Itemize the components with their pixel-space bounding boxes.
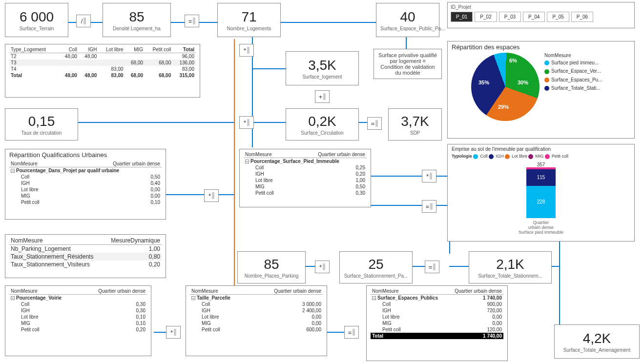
op-mul: * (204, 189, 219, 202)
table-voirie[interactable]: NomMesureQuartier urbain dense −Pourcent… (5, 285, 151, 356)
slicer-option[interactable]: P_01 (451, 12, 473, 22)
kpi-value: 71 (222, 9, 276, 25)
chart-pie-repartition[interactable]: Répartition des espaces 6%30%29%35% NomM… (447, 41, 635, 139)
op-equals: = (367, 117, 382, 130)
kpi-value: 4,2K (559, 331, 635, 346)
slicer-option[interactable]: P_06 (571, 12, 593, 22)
kpi-sdp: 3,7K SDP (388, 108, 442, 141)
collapse-icon[interactable]: − (372, 296, 376, 300)
table-type-logement[interactable]: Type_LogementCollIGHLot libreMIGPetit co… (5, 44, 200, 98)
kpi-value: 3,7K (393, 114, 437, 129)
op-plus: + (315, 90, 330, 103)
kpi-value: 2,1K (473, 257, 547, 272)
kpi-value: 6 000 (9, 9, 64, 25)
collapse-icon[interactable]: − (11, 169, 15, 173)
chart-stacked-emprise[interactable]: Emprise au sol de l'immeuble par qualifi… (447, 144, 635, 242)
collapse-icon[interactable]: − (11, 296, 15, 300)
slicer-option[interactable]: P_02 (475, 12, 497, 22)
op-mul: * (166, 326, 181, 339)
kpi-value: 85 (107, 9, 166, 25)
op-mul: * (239, 44, 254, 57)
connector-line (327, 332, 344, 333)
kpi-taux-circ: 0,15 Taux de circulation (5, 108, 78, 141)
chart-title: Emprise au sol de l'immeuble par qualifi… (452, 146, 630, 152)
kpi-surf-esp-pub: 40 Surface_Espace_Public_Pa... (376, 3, 439, 37)
connector-line (252, 122, 291, 123)
kpi-surf-circ: 0,2K Surface_Circulation (286, 108, 359, 141)
kpi-label: Surface_Stationnement_Pa... (344, 273, 408, 279)
kpi-label: SDP (393, 130, 437, 136)
kpi-label: Surface_logement (290, 74, 354, 80)
chart-title: Répartition des espaces (452, 43, 630, 51)
kpi-densite: 85 Densité Logement_ha (103, 3, 171, 37)
collapse-icon[interactable]: − (245, 160, 249, 163)
slicer-option[interactable]: P_04 (523, 12, 545, 22)
kpi-label: Densité Logement_ha (107, 26, 166, 31)
kpi-label: Nombre_Places_Parking (242, 273, 301, 279)
kpi-label: Surface_Terrain (9, 26, 64, 31)
kpi-label: Surface_Espace_Public_Pa... (380, 26, 435, 31)
stacked-visual: 115228 (526, 167, 556, 218)
kpi-surf-station-pa: 25 Surface_Stationnement_Pa... (339, 251, 413, 283)
connector-line (78, 122, 234, 123)
kpi-value: 25 (344, 257, 408, 272)
table-parcelle[interactable]: NomMesureQuartier urbain dense −Taille_P… (186, 285, 327, 356)
table-pied-immeuble[interactable]: NomMesureQuartier urbain dense −Pourcent… (239, 149, 371, 207)
op-equals: = (425, 261, 439, 273)
kpi-label: Nombre_Logements (222, 26, 276, 31)
slicer-option[interactable]: P_03 (499, 12, 521, 22)
table-qualif-urbaines[interactable]: Répartition Qualifications Urbaines NomM… (5, 149, 166, 220)
op-mul: * (422, 170, 436, 182)
legend-item[interactable]: Surface_Totale_Stati... (544, 85, 602, 91)
slicer-option[interactable]: P_05 (547, 12, 569, 22)
legend-title: NomMesure (544, 53, 602, 58)
slicer-id-projet[interactable]: ID_Projet P_01P_02P_03P_04P_05P_06 (447, 2, 635, 28)
legend-item[interactable]: Surface_Espaces_Pu... (544, 77, 602, 82)
kpi-surf-tot-amenagement: 4,2K Surface_Totale_Amenagement (554, 324, 640, 359)
op-equals: = (422, 200, 436, 213)
connector-line (371, 176, 449, 177)
kpi-label: Surface_Totale_Amenagement (559, 347, 635, 353)
legend-item[interactable]: Surface_Espace_Ver... (544, 68, 602, 74)
pie-visual: 6%30%29%35% (471, 53, 540, 121)
kpi-value: 85 (242, 257, 301, 272)
op-mul: * (315, 261, 330, 273)
kpi-value: 40 (380, 9, 435, 25)
kpi-nb-parking: 85 Nombre_Places_Parking (237, 251, 306, 283)
kpi-surf-tot-station: 2,1K Surface_Totale_Stationnem... (469, 251, 552, 283)
connector-line (154, 332, 166, 333)
kpi-label: Taux de circulation (9, 130, 74, 136)
note-validation: Surface privative qualifié par logement … (374, 49, 442, 79)
connector-line (371, 205, 449, 206)
legend-item[interactable]: Surface pied immeu... (544, 60, 602, 65)
kpi-surface-terrain: 6 000 Surface_Terrain (5, 3, 68, 37)
kpi-label: Surface_Totale_Stationnem... (473, 273, 547, 279)
table-parking-mesures[interactable]: NomMesureMesureDynamique Nb_Parking_Loge… (5, 234, 166, 278)
kpi-value: 0,2K (290, 114, 354, 129)
connector-line (166, 194, 234, 195)
slicer-title: ID_Projet (451, 4, 631, 10)
op-mul: * (239, 116, 254, 129)
table-title: Répartition Qualifications Urbaines (9, 151, 162, 159)
collapse-icon[interactable]: − (191, 296, 195, 300)
op-equals: = (344, 326, 359, 339)
op-equals: = (185, 15, 199, 27)
kpi-nb-logements: 71 Nombre_Logements (217, 3, 281, 37)
op-divide: / (76, 15, 91, 27)
kpi-surface-logement: 3,5K Surface_logement (286, 51, 359, 85)
kpi-value: 3,5K (290, 58, 354, 73)
kpi-label: Surface_Circulation (290, 130, 354, 136)
table-espaces-publics[interactable]: NomMesureQuartier urbain dense −Surface_… (366, 285, 508, 361)
connector-line (252, 68, 291, 69)
kpi-value: 0,15 (9, 114, 74, 129)
stacked-total: 357 (452, 162, 630, 167)
